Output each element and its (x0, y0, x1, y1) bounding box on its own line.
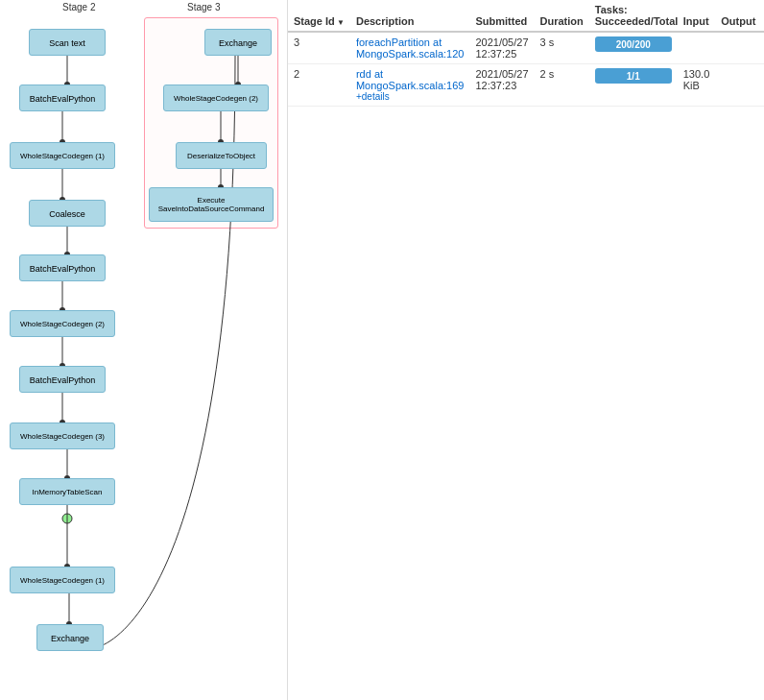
dag-node-batcheval1[interactable]: BatchEvalPython (19, 84, 106, 111)
dag-node-wholestage1[interactable]: WholeStageCodegen (1) (10, 142, 115, 169)
dag-node-wholestage4[interactable]: WholeStageCodegen (1) (10, 567, 115, 593)
table-header-row: Stage Id Description Submitted Duration … (288, 0, 764, 32)
dag-node-wholestage-s3[interactable]: WholeStageCodegen (2) (163, 84, 269, 111)
details-link[interactable]: +details (356, 91, 465, 102)
progress-bar-fill: 200/200 (595, 36, 672, 52)
th-description: Description (350, 0, 470, 32)
dag-node-execute[interactable]: Execute SaveIntoDataSourceCommand (149, 187, 274, 222)
dag-node-inmemory[interactable]: InMemoryTableScan (19, 478, 115, 505)
dag-node-coalesce[interactable]: Coalesce (29, 200, 106, 227)
main-container: Stage 2 Stage 3 (0, 0, 764, 700)
dag-node-exchange-s3[interactable]: Exchange (204, 29, 272, 56)
dag-node-exchange-s2[interactable]: Exchange (36, 624, 104, 651)
cell-submitted: 2021/05/2712:37:25 (469, 32, 534, 64)
dag-node-scan-text[interactable]: Scan text (29, 29, 106, 56)
cell-duration: 2 s (535, 64, 589, 107)
cell-description: foreachPartition atMongoSpark.scala:120 (350, 32, 470, 64)
table-row: 3 foreachPartition atMongoSpark.scala:12… (288, 32, 764, 64)
table-panel: Stage Id Description Submitted Duration … (288, 0, 764, 700)
cell-output (715, 32, 761, 64)
cell-tasks: 1/1 (589, 64, 678, 107)
tasks-progress-bar-2: 1/1 (595, 68, 672, 84)
stage3-label: Stage 3 (187, 2, 220, 12)
cell-duration: 3 s (535, 32, 589, 64)
description-link-stage2[interactable]: rdd atMongoSpark.scala:169 (356, 68, 465, 91)
th-output: Output (715, 0, 761, 32)
cell-tasks: 200/200 (589, 32, 678, 64)
th-duration: Duration (535, 0, 589, 32)
th-submitted: Submitted (469, 0, 534, 32)
dag-panel: Stage 2 Stage 3 (0, 0, 288, 700)
cell-input: 130.0KiB (678, 64, 716, 107)
dag-node-wholestage3[interactable]: WholeStageCodegen (3) (10, 422, 115, 449)
dag-node-batcheval3[interactable]: BatchEvalPython (19, 366, 106, 393)
th-input: Input (678, 0, 716, 32)
cell-stage-id: 2 (288, 64, 350, 107)
cell-description: rdd atMongoSpark.scala:169 +details (350, 64, 470, 107)
table-row: 2 rdd atMongoSpark.scala:169 +details 20… (288, 64, 764, 107)
dag-node-wholestage2[interactable]: WholeStageCodegen (2) (10, 310, 115, 337)
cell-submitted: 2021/05/2712:37:23 (469, 64, 534, 107)
cell-input (678, 32, 716, 64)
dag-node-batcheval2[interactable]: BatchEvalPython (19, 254, 106, 281)
stages-table: Stage Id Description Submitted Duration … (288, 0, 764, 107)
svg-point-16 (62, 514, 72, 523)
cell-output (715, 64, 761, 107)
tasks-progress-bar: 200/200 (595, 36, 672, 52)
progress-bar-fill-2: 1/1 (595, 68, 672, 84)
cell-stage-id: 3 (288, 32, 350, 64)
dag-node-deserialize[interactable]: DeserializeToObject (176, 142, 267, 169)
stage2-label: Stage 2 (62, 2, 95, 12)
th-stage-id[interactable]: Stage Id (288, 0, 350, 32)
description-link-stage3[interactable]: foreachPartition atMongoSpark.scala:120 (356, 36, 465, 60)
th-tasks: Tasks: Succeeded/Total (589, 0, 678, 32)
